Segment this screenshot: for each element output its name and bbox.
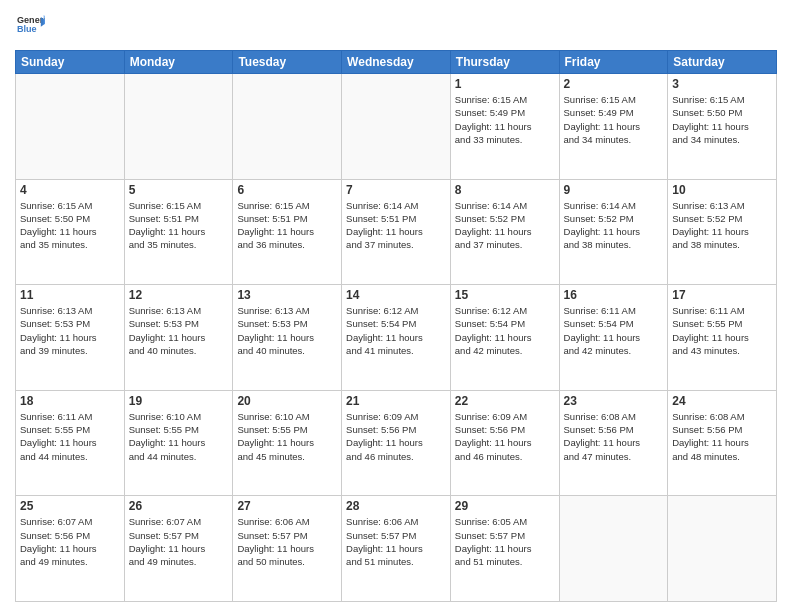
day-info: Sunrise: 6:14 AM Sunset: 5:52 PM Dayligh… [564, 199, 664, 252]
day-info: Sunrise: 6:13 AM Sunset: 5:53 PM Dayligh… [20, 304, 120, 357]
calendar-cell: 5Sunrise: 6:15 AM Sunset: 5:51 PM Daylig… [124, 179, 233, 285]
calendar-table: SundayMondayTuesdayWednesdayThursdayFrid… [15, 50, 777, 602]
day-number: 18 [20, 394, 120, 408]
calendar-cell: 8Sunrise: 6:14 AM Sunset: 5:52 PM Daylig… [450, 179, 559, 285]
day-number: 6 [237, 183, 337, 197]
day-number: 4 [20, 183, 120, 197]
day-info: Sunrise: 6:15 AM Sunset: 5:50 PM Dayligh… [672, 93, 772, 146]
day-info: Sunrise: 6:06 AM Sunset: 5:57 PM Dayligh… [346, 515, 446, 568]
day-number: 23 [564, 394, 664, 408]
day-info: Sunrise: 6:09 AM Sunset: 5:56 PM Dayligh… [346, 410, 446, 463]
day-info: Sunrise: 6:10 AM Sunset: 5:55 PM Dayligh… [237, 410, 337, 463]
header: General Blue [15, 10, 777, 42]
day-number: 10 [672, 183, 772, 197]
day-number: 11 [20, 288, 120, 302]
weekday-header-thursday: Thursday [450, 51, 559, 74]
day-number: 19 [129, 394, 229, 408]
calendar-cell: 12Sunrise: 6:13 AM Sunset: 5:53 PM Dayli… [124, 285, 233, 391]
day-info: Sunrise: 6:10 AM Sunset: 5:55 PM Dayligh… [129, 410, 229, 463]
day-info: Sunrise: 6:13 AM Sunset: 5:52 PM Dayligh… [672, 199, 772, 252]
calendar-cell: 27Sunrise: 6:06 AM Sunset: 5:57 PM Dayli… [233, 496, 342, 602]
day-info: Sunrise: 6:11 AM Sunset: 5:54 PM Dayligh… [564, 304, 664, 357]
day-number: 15 [455, 288, 555, 302]
day-number: 26 [129, 499, 229, 513]
day-info: Sunrise: 6:15 AM Sunset: 5:49 PM Dayligh… [564, 93, 664, 146]
day-number: 20 [237, 394, 337, 408]
calendar-cell: 25Sunrise: 6:07 AM Sunset: 5:56 PM Dayli… [16, 496, 125, 602]
weekday-header-wednesday: Wednesday [342, 51, 451, 74]
week-row-2: 11Sunrise: 6:13 AM Sunset: 5:53 PM Dayli… [16, 285, 777, 391]
weekday-header-saturday: Saturday [668, 51, 777, 74]
day-number: 7 [346, 183, 446, 197]
day-info: Sunrise: 6:11 AM Sunset: 5:55 PM Dayligh… [672, 304, 772, 357]
calendar-cell: 20Sunrise: 6:10 AM Sunset: 5:55 PM Dayli… [233, 390, 342, 496]
calendar-cell: 22Sunrise: 6:09 AM Sunset: 5:56 PM Dayli… [450, 390, 559, 496]
calendar-cell: 7Sunrise: 6:14 AM Sunset: 5:51 PM Daylig… [342, 179, 451, 285]
logo: General Blue [15, 10, 45, 42]
day-number: 1 [455, 77, 555, 91]
day-info: Sunrise: 6:06 AM Sunset: 5:57 PM Dayligh… [237, 515, 337, 568]
day-info: Sunrise: 6:13 AM Sunset: 5:53 PM Dayligh… [237, 304, 337, 357]
logo-icon: General Blue [17, 10, 45, 38]
day-number: 24 [672, 394, 772, 408]
calendar-cell [124, 74, 233, 180]
day-number: 8 [455, 183, 555, 197]
day-info: Sunrise: 6:08 AM Sunset: 5:56 PM Dayligh… [672, 410, 772, 463]
calendar-cell: 29Sunrise: 6:05 AM Sunset: 5:57 PM Dayli… [450, 496, 559, 602]
calendar-cell [16, 74, 125, 180]
day-info: Sunrise: 6:15 AM Sunset: 5:51 PM Dayligh… [237, 199, 337, 252]
day-info: Sunrise: 6:12 AM Sunset: 5:54 PM Dayligh… [455, 304, 555, 357]
day-info: Sunrise: 6:08 AM Sunset: 5:56 PM Dayligh… [564, 410, 664, 463]
day-number: 25 [20, 499, 120, 513]
calendar-cell: 11Sunrise: 6:13 AM Sunset: 5:53 PM Dayli… [16, 285, 125, 391]
weekday-header-monday: Monday [124, 51, 233, 74]
day-info: Sunrise: 6:09 AM Sunset: 5:56 PM Dayligh… [455, 410, 555, 463]
calendar-cell: 1Sunrise: 6:15 AM Sunset: 5:49 PM Daylig… [450, 74, 559, 180]
weekday-header-row: SundayMondayTuesdayWednesdayThursdayFrid… [16, 51, 777, 74]
day-info: Sunrise: 6:14 AM Sunset: 5:52 PM Dayligh… [455, 199, 555, 252]
day-info: Sunrise: 6:05 AM Sunset: 5:57 PM Dayligh… [455, 515, 555, 568]
day-info: Sunrise: 6:07 AM Sunset: 5:56 PM Dayligh… [20, 515, 120, 568]
calendar-cell: 15Sunrise: 6:12 AM Sunset: 5:54 PM Dayli… [450, 285, 559, 391]
day-info: Sunrise: 6:15 AM Sunset: 5:49 PM Dayligh… [455, 93, 555, 146]
calendar-cell: 24Sunrise: 6:08 AM Sunset: 5:56 PM Dayli… [668, 390, 777, 496]
day-info: Sunrise: 6:11 AM Sunset: 5:55 PM Dayligh… [20, 410, 120, 463]
day-number: 9 [564, 183, 664, 197]
calendar-cell: 13Sunrise: 6:13 AM Sunset: 5:53 PM Dayli… [233, 285, 342, 391]
calendar-cell: 21Sunrise: 6:09 AM Sunset: 5:56 PM Dayli… [342, 390, 451, 496]
day-info: Sunrise: 6:13 AM Sunset: 5:53 PM Dayligh… [129, 304, 229, 357]
week-row-0: 1Sunrise: 6:15 AM Sunset: 5:49 PM Daylig… [16, 74, 777, 180]
weekday-header-friday: Friday [559, 51, 668, 74]
svg-marker-3 [44, 15, 45, 25]
calendar-cell: 18Sunrise: 6:11 AM Sunset: 5:55 PM Dayli… [16, 390, 125, 496]
day-number: 22 [455, 394, 555, 408]
calendar-cell: 9Sunrise: 6:14 AM Sunset: 5:52 PM Daylig… [559, 179, 668, 285]
week-row-4: 25Sunrise: 6:07 AM Sunset: 5:56 PM Dayli… [16, 496, 777, 602]
calendar-cell: 26Sunrise: 6:07 AM Sunset: 5:57 PM Dayli… [124, 496, 233, 602]
calendar-cell [233, 74, 342, 180]
day-number: 2 [564, 77, 664, 91]
day-number: 16 [564, 288, 664, 302]
calendar-cell: 10Sunrise: 6:13 AM Sunset: 5:52 PM Dayli… [668, 179, 777, 285]
calendar-cell: 19Sunrise: 6:10 AM Sunset: 5:55 PM Dayli… [124, 390, 233, 496]
calendar-cell: 6Sunrise: 6:15 AM Sunset: 5:51 PM Daylig… [233, 179, 342, 285]
calendar-cell: 14Sunrise: 6:12 AM Sunset: 5:54 PM Dayli… [342, 285, 451, 391]
calendar-cell: 4Sunrise: 6:15 AM Sunset: 5:50 PM Daylig… [16, 179, 125, 285]
calendar-cell: 28Sunrise: 6:06 AM Sunset: 5:57 PM Dayli… [342, 496, 451, 602]
calendar-cell [342, 74, 451, 180]
week-row-1: 4Sunrise: 6:15 AM Sunset: 5:50 PM Daylig… [16, 179, 777, 285]
day-number: 29 [455, 499, 555, 513]
day-number: 3 [672, 77, 772, 91]
calendar-cell: 17Sunrise: 6:11 AM Sunset: 5:55 PM Dayli… [668, 285, 777, 391]
day-info: Sunrise: 6:15 AM Sunset: 5:50 PM Dayligh… [20, 199, 120, 252]
svg-text:Blue: Blue [17, 24, 37, 34]
weekday-header-tuesday: Tuesday [233, 51, 342, 74]
day-number: 28 [346, 499, 446, 513]
calendar-cell: 2Sunrise: 6:15 AM Sunset: 5:49 PM Daylig… [559, 74, 668, 180]
day-number: 27 [237, 499, 337, 513]
day-number: 17 [672, 288, 772, 302]
day-number: 5 [129, 183, 229, 197]
day-number: 13 [237, 288, 337, 302]
calendar-cell [559, 496, 668, 602]
weekday-header-sunday: Sunday [16, 51, 125, 74]
